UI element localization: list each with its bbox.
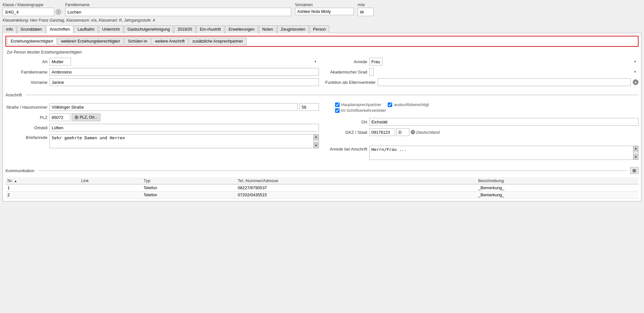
kommunikation-table: Nr. ▲ Link Typ Tel.-Nummer/Adresse Besch… — [5, 177, 639, 199]
art-select-wrapper: Mutter Vater Vormund — [49, 58, 319, 65]
main-container: Klasse / Klassengruppe i Familienname Vo… — [0, 0, 644, 313]
col-link[interactable]: Link — [79, 177, 142, 184]
briefanrede-scrollbar: ▲ ▼ — [314, 134, 319, 148]
kommunikation-divider: Kommunikation ⊞ — [5, 167, 639, 174]
anrede-anschrift-textarea[interactable] — [369, 146, 634, 160]
comm-table-body: 1 Telefon 08227/8790537 _Bemerkung_ 2 Te… — [5, 184, 639, 199]
gkz-row: GKZ / Staat Deutschland — [325, 128, 639, 136]
anschrift-divider-line — [26, 95, 639, 95]
anrede-select[interactable]: Frau Herr — [369, 58, 383, 65]
vorname-row: Vorname — [5, 78, 319, 86]
ort-input[interactable] — [369, 118, 639, 126]
vornamen-label: Vornamen — [295, 3, 354, 7]
briefanrede-wrapper: ▲ ▼ — [49, 134, 319, 148]
subtab-erziehungsberechtigte[interactable]: Erziehungsberechtigte/r — [7, 37, 57, 45]
gkz-input[interactable] — [369, 128, 395, 136]
klasse-input[interactable] — [3, 8, 54, 16]
col-beschreibung[interactable]: Beschreibung — [476, 177, 639, 184]
auskunftsberechtigt-checkbox[interactable] — [388, 103, 392, 107]
tab-unterricht[interactable]: Unterricht — [99, 25, 123, 33]
briefanrede-textarea[interactable] — [49, 134, 314, 148]
gkz-input-group: Deutschland — [369, 128, 440, 136]
mw-field: m/w — [358, 3, 374, 16]
table-row: 1 Telefon 08227/8790537 _Bemerkung_ — [5, 184, 639, 191]
tab-grunddaten[interactable]: Grunddaten — [17, 25, 46, 33]
anrede-anschrift-scroll-up[interactable]: ▲ — [633, 146, 638, 151]
funktion-input[interactable] — [378, 78, 631, 86]
art-select[interactable]: Mutter Vater Vormund — [49, 58, 71, 65]
anrede-anschrift-scroll-down[interactable]: ▼ — [633, 154, 638, 160]
table-row: 2 Telefon 07202/0435515 _Bemerkung_ — [5, 191, 639, 199]
plz-input[interactable] — [49, 113, 70, 121]
strasse-row: Straße / Hausnummer — [5, 103, 319, 111]
akademischer-grad-row: Akademischer Grad — [325, 68, 639, 76]
section-person-title: Zur Person des/der Erziehungsberechtigte… — [5, 50, 639, 54]
mw-input[interactable] — [358, 8, 374, 16]
klasse-info-icon[interactable]: i — [56, 9, 61, 15]
vornamen-field: Vornamen — [295, 3, 354, 15]
familienname-form-input[interactable] — [49, 68, 319, 76]
kommunikation-divider-label: Kommunikation — [5, 168, 36, 173]
briefanrede-scroll-up[interactable]: ▲ — [314, 134, 319, 140]
ortsteil-input[interactable] — [49, 124, 319, 132]
plz-button-label: PLZ, Ort... — [80, 115, 97, 120]
hausnummer-input[interactable] — [300, 103, 319, 111]
familienname-header-input[interactable] — [65, 8, 291, 16]
col-nummer[interactable]: Tel.-Nummer/Adresse — [236, 177, 476, 184]
subtab-ansprechpartner[interactable]: zusätzliche Ansprechpartner — [189, 37, 247, 45]
cell-typ-2: Telefon — [142, 191, 236, 199]
anrede-row: Anrede Frau Herr — [325, 58, 639, 65]
klasse-field: Klasse / Klassengruppe i — [3, 3, 61, 16]
tab-2019-20[interactable]: 2019/20 — [174, 25, 196, 33]
address-grid: Straße / Hausnummer PLZ PLZ, Ort... — [5, 101, 639, 162]
ort-label: Ort — [325, 120, 367, 124]
tab-erweiterungen[interactable]: Erweiterungen — [225, 25, 258, 33]
tab-ein-austritt[interactable]: Ein-/Austritt — [196, 25, 224, 33]
ort-row: Ort — [325, 118, 639, 126]
ortsteil-row: Ortsteil — [5, 124, 319, 132]
tab-gastschulgenehmigung[interactable]: Gastschulgenehmigung — [124, 25, 173, 33]
col-typ[interactable]: Typ — [142, 177, 236, 184]
tab-zeugnisoten[interactable]: Zeugnisnoten — [277, 25, 309, 33]
tab-info[interactable]: Info — [3, 25, 16, 33]
sub-tab-bar: Erziehungsberechtigte/r weitere/r Erzieh… — [5, 36, 639, 47]
subtab-weitere-anschrift[interactable]: weitere Anschrift — [151, 37, 188, 45]
tab-laufbahn[interactable]: Laufbahn — [74, 25, 98, 33]
tab-person[interactable]: Person — [310, 25, 330, 33]
address-left-col: Straße / Hausnummer PLZ PLZ, Ort... — [5, 101, 319, 162]
funktion-info-icon[interactable]: ● — [633, 79, 639, 85]
tab-noten[interactable]: Noten — [259, 25, 277, 33]
subtab-weitere-erziehungsberechtigte[interactable]: weitere/r Erziehungsberechtigte/r — [57, 37, 124, 45]
anschrift-section-divider: Anschrift — [5, 93, 639, 97]
cell-typ-1: Telefon — [142, 184, 236, 191]
akademischer-grad-select[interactable] — [369, 68, 374, 76]
col-nr[interactable]: Nr. ▲ — [5, 177, 79, 184]
plz-ort-button[interactable]: PLZ, Ort... — [72, 113, 100, 121]
address-right-col: Hauptansprechpartner auskunftsberechtigt… — [325, 101, 639, 162]
cell-nr-1: 1 — [5, 184, 79, 191]
tab-anschriften[interactable]: Anschriften — [46, 25, 74, 33]
strasse-input[interactable] — [49, 103, 298, 111]
comm-table-header: Nr. ▲ Link Typ Tel.-Nummer/Adresse Besch… — [5, 177, 639, 184]
cell-nummer-1: 08227/8790537 — [236, 184, 476, 191]
vorname-input[interactable] — [49, 78, 319, 86]
anrede-anschrift-scrollbar: ▲ ▼ — [633, 146, 639, 160]
art-row: Art Mutter Vater Vormund — [5, 58, 319, 65]
subtab-schueler[interactable]: Schüler/-in — [124, 37, 151, 45]
hauptansprechpartner-checkbox[interactable] — [335, 103, 340, 107]
header-row: Klasse / Klassengruppe i Familienname Vo… — [3, 3, 641, 16]
land-text: Deutschland — [416, 130, 440, 135]
schriftverkehr-checkbox[interactable] — [335, 108, 340, 113]
briefanrede-scroll-down[interactable]: ▼ — [314, 143, 319, 148]
plz-label: PLZ — [5, 115, 47, 120]
staat-radio-icon — [411, 130, 415, 134]
familienname-row: Familienname — [5, 68, 319, 76]
export-button[interactable]: ⊞ — [630, 167, 639, 174]
cell-link-1 — [79, 184, 142, 191]
schriftverkehr-label: Im Schriftverkehrverteiler — [341, 108, 386, 113]
vornamen-input[interactable] — [295, 8, 354, 15]
akademischer-grad-label: Akademischer Grad — [325, 70, 367, 74]
staat-input[interactable] — [396, 128, 409, 136]
person-form-grid: Art Mutter Vater Vormund Familienname — [5, 58, 639, 89]
akademischer-grad-select-wrapper — [369, 68, 639, 76]
